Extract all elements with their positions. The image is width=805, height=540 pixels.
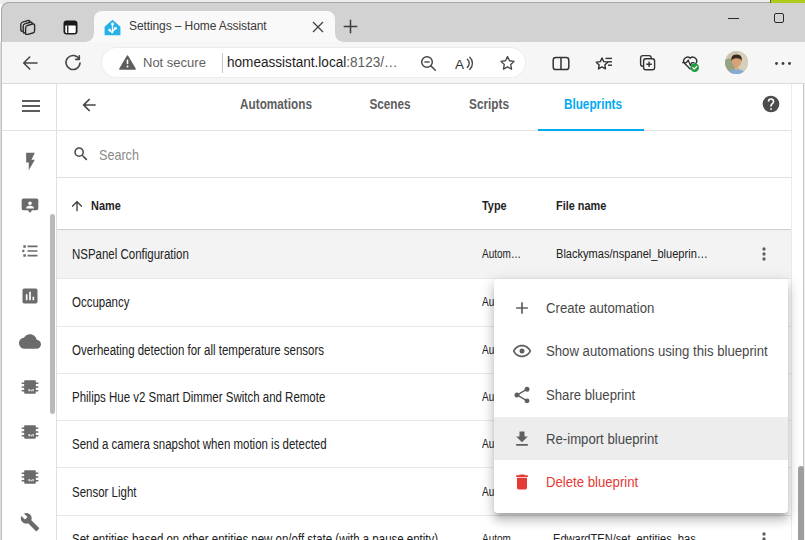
svg-text:A: A bbox=[455, 56, 464, 71]
